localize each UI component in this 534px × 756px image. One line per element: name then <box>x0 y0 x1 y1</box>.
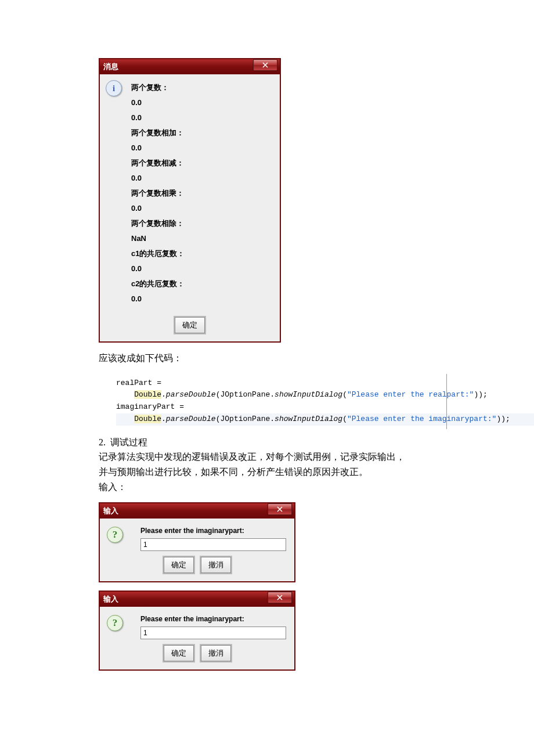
ok-button[interactable]: 确定 <box>164 645 194 661</box>
code-text: Double <box>134 415 161 423</box>
message-line: 两个复数相乘： <box>131 186 274 201</box>
question-icon: ? <box>107 615 123 631</box>
input-dialog-title: 输入 <box>103 594 118 604</box>
ok-button[interactable]: 确定 <box>175 317 205 333</box>
close-icon[interactable] <box>268 592 292 603</box>
section-header: 2. 调试过程 记录算法实现中发现的逻辑错误及改正，对每个测试用例，记录实际输出… <box>99 435 435 494</box>
input-dialog-title: 输入 <box>103 506 118 516</box>
code-text: realPart = <box>116 379 161 387</box>
code-text: . <box>161 415 166 423</box>
info-icon: i <box>106 80 122 96</box>
close-icon[interactable] <box>268 503 292 515</box>
close-icon[interactable] <box>253 59 277 71</box>
cancel-button[interactable]: 撤消 <box>201 645 231 661</box>
message-line: NaN <box>131 231 274 246</box>
code-text: "Please enter the imaginarypart:" <box>347 415 496 423</box>
message-line: c1的共厄复数： <box>131 246 274 261</box>
code-text: showInputDialog <box>275 390 342 399</box>
code-text: parseDouble <box>166 415 216 423</box>
code-text: (JOptionPane. <box>216 390 275 399</box>
input-dialog: 输入 ? Please enter the imaginarypart: 确定 … <box>99 502 295 582</box>
cancel-button[interactable]: 撤消 <box>201 557 231 573</box>
ok-button[interactable]: 确定 <box>164 557 194 573</box>
message-dialog: 消息 i 两个复数： 0.0 0.0 两个复数相加： 0.0 两个复数相减： 0… <box>99 58 281 343</box>
input-dialog-titlebar: 输入 <box>100 503 294 519</box>
message-line: 两个复数相减： <box>131 156 274 171</box>
code-text: parseDouble <box>166 390 216 399</box>
message-line: 0.0 <box>131 291 274 307</box>
message-line: 0.0 <box>131 171 274 186</box>
code-text: imaginaryPart = <box>116 402 184 411</box>
message-line: 0.0 <box>131 110 274 125</box>
section-title: 调试过程 <box>110 437 147 447</box>
message-line: 0.0 <box>131 201 274 216</box>
message-dialog-title: 消息 <box>103 62 118 72</box>
input-field[interactable] <box>140 627 286 639</box>
input-prompt: Please enter the imaginarypart: <box>140 615 286 623</box>
code-block: realPart = Double.parseDouble(JOptionPan… <box>99 374 534 429</box>
code-text: . <box>161 390 166 399</box>
code-text: )); <box>496 415 510 423</box>
paragraph-line: 记录算法实现中发现的逻辑错误及改正，对每个测试用例，记录实际输出， <box>99 452 405 462</box>
message-dialog-titlebar: 消息 <box>100 59 280 74</box>
paragraph: 应该改成如下代码： <box>99 351 435 366</box>
paragraph-line: 并与预期输出进行比较，如果不同，分析产生错误的原因并改正。 <box>99 467 368 477</box>
input-field[interactable] <box>140 538 286 551</box>
input-dialog-footer: 确定 撤消 <box>100 555 294 581</box>
code-text: )); <box>474 390 487 399</box>
message-line: 0.0 <box>131 141 274 156</box>
input-dialog-body: ? Please enter the imaginarypart: <box>100 607 294 643</box>
input-dialog: 输入 ? Please enter the imaginarypart: 确定 … <box>99 591 295 671</box>
message-dialog-footer: 确定 <box>100 315 280 341</box>
input-dialog-body: ? Please enter the imaginarypart: <box>100 519 294 555</box>
code-text: Double <box>134 390 161 399</box>
message-dialog-body: i 两个复数： 0.0 0.0 两个复数相加： 0.0 两个复数相减： 0.0 … <box>100 74 280 315</box>
editor-margin-line <box>446 374 447 429</box>
input-dialog-footer: 确定 撤消 <box>100 643 294 669</box>
message-line: 0.0 <box>131 95 274 110</box>
question-icon: ? <box>107 527 123 543</box>
input-dialog-titlebar: 输入 <box>100 592 294 607</box>
input-prompt: Please enter the imaginarypart: <box>140 527 286 535</box>
code-text: "Please enter the realpart:" <box>347 390 474 399</box>
paragraph-line: 输入： <box>99 482 127 492</box>
message-line: 两个复数相加： <box>131 125 274 141</box>
section-number: 2. <box>99 437 106 447</box>
message-line: 0.0 <box>131 261 274 276</box>
code-text: ( <box>342 415 347 423</box>
message-line: c2的共厄复数： <box>131 276 274 291</box>
message-line: 两个复数： <box>131 80 274 95</box>
code-text: ( <box>342 390 347 399</box>
message-lines: 两个复数： 0.0 0.0 两个复数相加： 0.0 两个复数相减： 0.0 两个… <box>131 80 274 307</box>
message-line: 两个复数相除： <box>131 216 274 231</box>
code-text: (JOptionPane. <box>216 415 275 423</box>
code-text: showInputDialog <box>275 415 342 423</box>
